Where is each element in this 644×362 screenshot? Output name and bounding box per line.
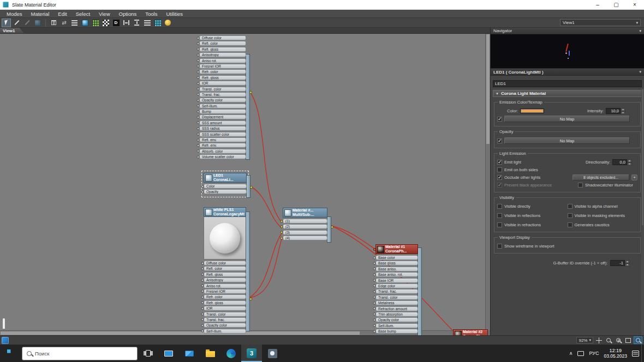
input-socket-icon[interactable] [197,42,200,45]
input-socket-icon[interactable] [197,59,200,62]
node-corona-physical[interactable]: Material #1CoronaPh...Base colorBase glo… [375,244,418,334]
input-socket-icon[interactable] [281,220,283,222]
slot-bump[interactable]: Bump [199,109,246,114]
wire-3[interactable] [249,239,282,298]
input-socket-icon[interactable] [201,295,204,298]
slot-refr-gloss[interactable]: Refr. gloss [204,300,246,305]
slot-sss-radius[interactable]: SSS radius [199,126,246,131]
move-children-icon[interactable] [70,19,79,27]
menu-modes[interactable]: Modes [2,10,27,18]
input-socket-icon[interactable] [373,296,376,299]
slot-diffuse-color[interactable]: Diffuse color [204,261,246,266]
input-socket-icon[interactable] [373,262,376,264]
slot-transl-color[interactable]: Transl. color [375,295,418,300]
slot-refl-env[interactable]: Refl. env. [199,137,246,142]
align-horizontal-icon[interactable] [122,19,131,27]
input-socket-icon[interactable] [197,99,200,101]
tray-expand-icon[interactable]: ∧ [569,351,573,356]
input-socket-icon[interactable] [201,267,204,270]
input-socket-icon[interactable] [201,285,204,287]
slot-self-illum[interactable]: Self-Illum. [204,329,246,334]
slot-base-aniso-rot[interactable]: Base aniso. rot. [375,272,418,277]
slot-metalness[interactable]: Metalness [375,300,418,305]
slot-transl-color[interactable]: Transl. color [199,87,246,92]
input-socket-icon[interactable] [201,324,204,327]
slot-transl-frac[interactable]: Transl. frac. [375,289,418,294]
slot-opacity-color[interactable]: Opacity color [204,323,246,328]
input-socket-icon[interactable] [197,116,200,118]
input-socket-icon[interactable] [281,231,283,234]
input-socket-icon[interactable] [197,48,200,51]
slot-color[interactable]: Color [204,184,247,189]
spinner-arrows-icon[interactable]: ▲▼ [625,260,630,266]
slot-4[interactable]: (4) [283,236,327,240]
input-socket-icon[interactable] [201,301,204,304]
node-body-bar[interactable] [418,248,422,335]
zoom-region-icon[interactable] [614,336,623,344]
slot-fresnel-ior[interactable]: Fresnel IOR [204,289,246,294]
rollout-corona-light-material[interactable]: ▼ Corona Light Material [493,90,642,97]
slot-self-illum[interactable]: Self-Illum. [199,104,246,108]
node-white-pls1[interactable]: white PLS1CoronaLegacyMtlDiffuse colorRe… [204,207,246,334]
parameters-scrollbar[interactable] [641,88,644,335]
input-socket-icon[interactable] [373,279,376,282]
menu-view[interactable]: View [94,10,114,18]
intensity-spinner[interactable]: 10,0 ▲▼ [606,108,625,114]
photos-button[interactable] [262,345,283,362]
input-socket-icon[interactable] [201,307,204,310]
parameters-area[interactable]: ▼ Corona Light Material Emission Color/T… [491,88,644,335]
input-socket-icon[interactable] [197,53,200,56]
background-checker-icon[interactable] [101,19,110,27]
directionality-value[interactable]: 0,0 [612,159,627,165]
visible-reflections-checkbox[interactable] [497,213,502,218]
gbuffer-spinner[interactable]: -1 ▲▼ [610,260,630,266]
emit-light-checkbox[interactable] [497,160,502,165]
tab-view1[interactable]: View1 [0,28,24,33]
slot-2[interactable]: (2) [283,224,327,229]
slot-opacity[interactable]: Opacity [204,189,247,194]
input-socket-icon[interactable] [197,88,200,90]
material-preview-icon[interactable] [80,19,90,27]
add-exclusion-button[interactable]: + [631,174,637,180]
input-socket-icon[interactable] [197,65,200,68]
output-socket-icon[interactable] [331,226,333,228]
input-socket-icon[interactable] [373,330,376,333]
input-socket-icon[interactable] [197,37,200,39]
align-vertical-icon[interactable] [132,19,141,27]
taskbar-search-box[interactable]: Поиск [22,347,138,360]
wire-1[interactable] [249,186,282,228]
input-socket-icon[interactable] [373,324,376,327]
emission-map-checkbox[interactable] [497,117,502,122]
soften-icon[interactable] [163,19,172,27]
menu-select[interactable]: Select [71,10,94,18]
slot-fresnel-ior[interactable]: Fresnel IOR [199,64,246,69]
spinner-arrows-icon[interactable]: ▲▼ [627,159,632,165]
node-body-bar[interactable] [246,212,250,331]
slot-thin-absorption[interactable]: Thin absorption [375,312,418,317]
input-socket-icon[interactable] [373,307,376,310]
node-body-bar[interactable] [327,216,331,243]
slot-transl-frac[interactable]: Transl. frac. [204,317,246,322]
emit-both-sides-checkbox[interactable] [497,167,502,172]
slot-refl-color[interactable]: Refl. color [204,266,246,271]
task-view-button[interactable] [138,345,158,362]
slot-anisotropy[interactable]: Anisotropy [204,277,246,282]
slot-diffuse-color[interactable]: Diffuse color [199,35,246,40]
input-socket-icon[interactable] [201,190,204,193]
maximize-button[interactable]: ▢ [607,0,625,10]
minimize-button[interactable]: – [588,0,607,10]
input-socket-icon[interactable] [197,155,200,158]
menu-utilities[interactable]: Utilities [162,10,187,18]
slot-absorb-color[interactable]: Absorb. color [199,149,246,154]
input-socket-icon[interactable] [197,122,200,124]
dx-shader-icon[interactable]: D [111,19,121,27]
slot-ior[interactable]: IOR [204,306,246,311]
parameter-collapse-icon[interactable]: ▾ [639,70,641,74]
objects-excluded-button[interactable]: 8 objects excluded... [573,174,629,180]
slot-base-gloss[interactable]: Base gloss [375,261,418,266]
slot-refl-gloss[interactable]: Refl. gloss [204,272,246,277]
input-socket-icon[interactable] [373,248,376,251]
input-socket-icon[interactable] [201,318,204,321]
input-socket-icon[interactable] [201,279,204,281]
slot-3[interactable]: (3) [283,230,327,235]
